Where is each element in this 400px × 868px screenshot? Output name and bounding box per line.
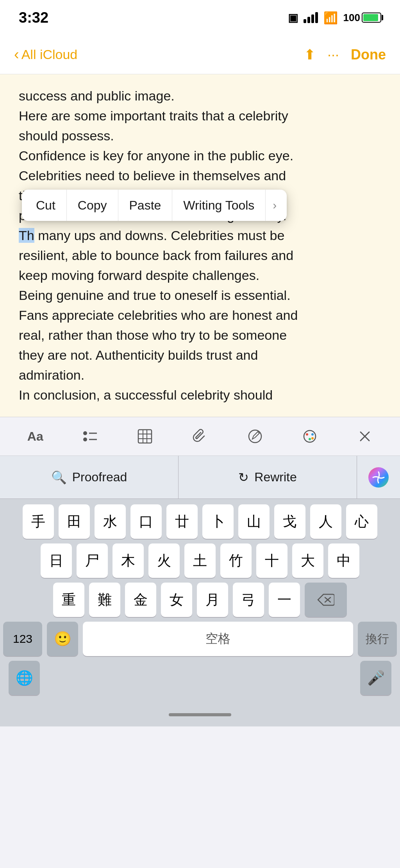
svg-point-9 bbox=[249, 430, 261, 443]
status-icons: ▣ 📶 100 bbox=[288, 11, 381, 25]
key-戈[interactable]: 戈 bbox=[274, 504, 305, 539]
close-icon[interactable] bbox=[351, 423, 379, 450]
keyboard: 手 田 水 口 廿 卜 山 戈 人 心 日 尸 木 火 土 竹 十 大 中 重 … bbox=[0, 499, 400, 703]
key-手[interactable]: 手 bbox=[23, 504, 54, 539]
note-content-area[interactable]: success and public image. Here are some … bbox=[0, 74, 400, 417]
proofread-label: Proofread bbox=[72, 470, 127, 484]
keyboard-function-row: 🌐 🎤 bbox=[3, 661, 397, 695]
key-弓[interactable]: 弓 bbox=[233, 583, 264, 617]
key-口[interactable]: 口 bbox=[130, 504, 162, 539]
rewrite-label: Rewrite bbox=[254, 470, 296, 484]
key-廿[interactable]: 廿 bbox=[166, 504, 198, 539]
key-一[interactable]: 一 bbox=[269, 583, 300, 617]
globe-key[interactable]: 🌐 bbox=[9, 661, 40, 695]
apple-intelligence-icon bbox=[368, 466, 389, 488]
battery-percent: 100 bbox=[343, 12, 360, 24]
number-key[interactable]: 123 bbox=[3, 622, 42, 656]
note-line-10: resilient, able to bounce back from fail… bbox=[19, 248, 293, 263]
proofread-button[interactable]: 🔍 Proofread bbox=[0, 456, 179, 499]
draw-icon[interactable] bbox=[241, 423, 269, 450]
delete-key[interactable] bbox=[305, 583, 347, 617]
keyboard-row-2: 日 尸 木 火 土 竹 十 大 中 bbox=[3, 543, 397, 578]
paste-menu-item[interactable]: Paste bbox=[118, 190, 173, 221]
home-indicator bbox=[169, 713, 231, 716]
key-水[interactable]: 水 bbox=[95, 504, 126, 539]
share-icon[interactable]: ⬆ bbox=[304, 47, 316, 63]
back-chevron-icon: ‹ bbox=[14, 46, 19, 63]
key-木[interactable]: 木 bbox=[112, 543, 144, 578]
return-key[interactable]: 換行 bbox=[358, 622, 397, 656]
toolbar: Aa bbox=[0, 417, 400, 456]
note-text: success and public image. Here are some … bbox=[19, 86, 381, 405]
key-田[interactable]: 田 bbox=[59, 504, 90, 539]
key-十[interactable]: 十 bbox=[256, 543, 288, 578]
cut-menu-item[interactable]: Cut bbox=[25, 190, 67, 221]
done-button[interactable]: Done bbox=[351, 47, 386, 63]
bottom-bar bbox=[0, 703, 400, 726]
apple-intelligence-button[interactable] bbox=[357, 456, 400, 499]
svg-point-0 bbox=[83, 431, 87, 435]
note-line-3: should possess. bbox=[19, 128, 114, 143]
svg-point-10 bbox=[304, 430, 316, 442]
keyboard-row-1: 手 田 水 口 廿 卜 山 戈 人 心 bbox=[3, 504, 397, 539]
note-line-11: keep moving forward despite challenges. bbox=[19, 268, 259, 283]
svg-point-14 bbox=[311, 437, 314, 439]
copy-menu-item[interactable]: Copy bbox=[67, 190, 118, 221]
battery-shape bbox=[362, 13, 381, 23]
note-line-5: Celebrities need to believe in themselve… bbox=[19, 168, 286, 183]
font-format-icon[interactable]: Aa bbox=[21, 423, 49, 450]
note-line-1: success and public image. bbox=[19, 88, 175, 103]
more-options-icon[interactable]: ··· bbox=[327, 47, 339, 63]
key-山[interactable]: 山 bbox=[238, 504, 270, 539]
palette-icon[interactable] bbox=[296, 423, 323, 450]
key-中[interactable]: 中 bbox=[328, 543, 359, 578]
nav-bar: ‹ All iCloud ⬆ ··· Done bbox=[0, 35, 400, 74]
list-icon[interactable] bbox=[77, 423, 104, 450]
note-selected-text: Th bbox=[19, 228, 34, 243]
note-line-2: Here are some important traits that a ce… bbox=[19, 108, 288, 123]
key-月[interactable]: 月 bbox=[197, 583, 228, 617]
key-重[interactable]: 重 bbox=[53, 583, 84, 617]
battery-fill bbox=[363, 14, 378, 21]
key-金[interactable]: 金 bbox=[125, 583, 156, 617]
microphone-key[interactable]: 🎤 bbox=[360, 661, 391, 695]
nav-actions: ⬆ ··· Done bbox=[304, 47, 386, 63]
key-心[interactable]: 心 bbox=[346, 504, 377, 539]
emoji-key[interactable]: 🙂 bbox=[47, 622, 78, 656]
rewrite-button[interactable]: ↻ Rewrite bbox=[179, 456, 357, 499]
key-大[interactable]: 大 bbox=[292, 543, 323, 578]
back-button[interactable]: ‹ All iCloud bbox=[14, 46, 77, 63]
key-火[interactable]: 火 bbox=[148, 543, 180, 578]
note-line-4: Confidence is key for anyone in the publ… bbox=[19, 148, 293, 163]
status-time: 3:32 bbox=[19, 9, 48, 26]
keyboard-bottom-row: 123 🙂 空格 換行 bbox=[3, 622, 397, 656]
note-line-15: they are not. Authenticity builds trust … bbox=[19, 348, 258, 362]
note-line-16: admiration. bbox=[19, 368, 84, 382]
svg-point-12 bbox=[311, 433, 314, 436]
status-bar: 3:32 ▣ 📶 100 bbox=[0, 0, 400, 35]
key-難[interactable]: 難 bbox=[89, 583, 120, 617]
signal-icon bbox=[304, 12, 318, 23]
key-土[interactable]: 土 bbox=[184, 543, 216, 578]
table-icon[interactable] bbox=[131, 423, 159, 450]
rewrite-icon: ↻ bbox=[238, 470, 249, 485]
note-line-17: In conclusion, a successful celebrity sh… bbox=[19, 387, 273, 402]
key-竹[interactable]: 竹 bbox=[220, 543, 252, 578]
attach-icon[interactable] bbox=[186, 423, 214, 450]
space-key[interactable]: 空格 bbox=[83, 622, 353, 656]
key-日[interactable]: 日 bbox=[41, 543, 72, 578]
svg-point-13 bbox=[309, 438, 311, 440]
key-尸[interactable]: 尸 bbox=[77, 543, 108, 578]
note-line-13: Fans appreciate celebrities who are hone… bbox=[19, 308, 298, 323]
key-女[interactable]: 女 bbox=[161, 583, 192, 617]
note-line-12: Being genuine and true to oneself is ess… bbox=[19, 288, 291, 303]
key-人[interactable]: 人 bbox=[310, 504, 341, 539]
back-label: All iCloud bbox=[21, 47, 78, 62]
sim-icon: ▣ bbox=[288, 11, 298, 24]
writing-tools-bar: 🔍 Proofread ↻ Rewrite bbox=[0, 456, 400, 499]
svg-rect-4 bbox=[138, 430, 152, 443]
more-menu-item[interactable]: › bbox=[266, 190, 284, 221]
keyboard-row-3: 重 難 金 女 月 弓 一 bbox=[3, 583, 397, 617]
writing-tools-menu-item[interactable]: Writing Tools bbox=[172, 190, 266, 221]
key-卜[interactable]: 卜 bbox=[202, 504, 234, 539]
